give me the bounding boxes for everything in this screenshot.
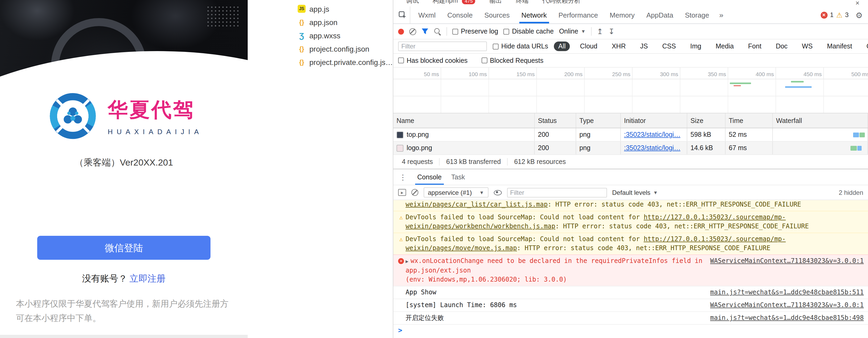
json-file-icon: {} [298, 45, 306, 53]
type-filter-other[interactable]: Other [862, 41, 868, 51]
filter-funnel-icon[interactable] [422, 28, 428, 35]
column-header-initiator[interactable]: Initiator [621, 113, 687, 128]
checkbox-icon[interactable] [398, 57, 404, 63]
has-blocked-cookies-label: Has blocked cookies [407, 57, 467, 64]
type-filter-manifest[interactable]: Manifest [823, 41, 857, 51]
type-filter-img[interactable]: Img [686, 41, 706, 51]
execution-context-dropdown[interactable]: appservice (#1) ▼ [424, 187, 488, 197]
overview-activity-mark [785, 86, 812, 88]
clear-console-icon[interactable] [411, 189, 418, 196]
network-request-row[interactable]: logo.png200png:35023/static/logi…14.6 kB… [393, 142, 868, 155]
type-filter-css[interactable]: CSS [658, 41, 680, 51]
record-icon[interactable] [398, 28, 404, 34]
disable-cache-checkbox[interactable]: Disable cache [503, 28, 554, 35]
warning-triangle-icon[interactable]: ⚠ [836, 11, 842, 18]
type-filter-media[interactable]: Media [711, 41, 738, 51]
register-link[interactable]: 立即注册 [129, 274, 165, 284]
network-overview[interactable]: 50 ms100 ms150 ms200 ms250 ms300 ms350 m… [393, 67, 868, 113]
brand-title: 华夏代驾 [107, 96, 203, 123]
kebab-menu-icon[interactable]: ⋮ [393, 169, 412, 185]
console-text-link[interactable]: http://127.0.0.1:35023/.sourcemap/mp-wei… [406, 214, 786, 230]
devtools-tab-storage[interactable]: Storage [679, 6, 715, 23]
wechat-devtools-window: 华夏代驾 HUAXIADAIJIA （乘客端）Ver20XX.201 微信登陆 … [0, 0, 868, 338]
throttling-dropdown[interactable]: Online ▼ [559, 28, 586, 35]
close-icon[interactable]: × [856, 0, 860, 6]
brand-block: 华夏代驾 HUAXIADAIJIA [0, 88, 248, 144]
initiator-link[interactable]: :35023/static/logi… [624, 131, 681, 138]
checkbox-icon[interactable] [493, 44, 499, 49]
clear-icon[interactable] [409, 28, 416, 35]
console-sidebar-icon[interactable]: ▶ [398, 189, 406, 196]
hide-data-urls-checkbox[interactable]: Hide data URLs [493, 43, 548, 50]
inspect-element-icon[interactable] [396, 6, 410, 23]
type-filter-cloud[interactable]: Cloud [576, 41, 601, 51]
type-filter-xhr[interactable]: XHR [608, 41, 630, 51]
source-location-link[interactable]: main.js?t=wechat&s=1…ddc9e48cbae815b:511 [710, 288, 864, 297]
overview-activity-mark [791, 81, 804, 83]
wechat-login-button[interactable]: 微信登陆 [37, 236, 211, 260]
more-tabs-icon[interactable]: » [715, 6, 728, 23]
file-item[interactable]: {}project.config.json [248, 42, 393, 55]
divider [591, 27, 592, 36]
chevron-down-icon: ▼ [581, 29, 586, 34]
ide-panel-tab[interactable]: 输出 [489, 0, 502, 5]
source-location-link[interactable]: WAServiceMainContext…711843023&v=3.0.0:1 [710, 301, 864, 310]
blocked-requests-checkbox[interactable]: Blocked Requests [481, 57, 544, 64]
error-badge-icon[interactable]: ✕ [820, 11, 827, 18]
source-location-link[interactable]: main.js?t=wechat&s=1…ddc9e48cbae815b:498 [710, 313, 864, 322]
search-icon[interactable] [434, 28, 441, 35]
throttling-value: Online [559, 28, 578, 35]
console-filter-input[interactable] [507, 188, 607, 197]
live-expression-eye-icon[interactable] [494, 190, 501, 195]
initiator-link[interactable]: :35023/static/logi… [624, 144, 681, 152]
console-text-link[interactable]: http://127.0.0.1:35023/.sourcemap/mp-wei… [406, 200, 786, 208]
devtools-tab-memory[interactable]: Memory [604, 6, 641, 23]
ide-panel-tab[interactable]: 调试 [406, 0, 419, 5]
checkbox-icon[interactable] [503, 28, 509, 34]
devtools-tab-performance[interactable]: Performance [553, 6, 604, 23]
source-location-link[interactable]: WAServiceMainContext…711843023&v=3.0.0:1 [710, 257, 864, 265]
console-input[interactable]: > [393, 324, 868, 336]
export-har-icon[interactable]: ↧ [608, 28, 615, 35]
network-request-row[interactable]: top.png200png:35023/static/logi…598 kB52… [393, 128, 868, 142]
column-header-name[interactable]: Name [393, 113, 535, 128]
column-header-waterfall[interactable]: Waterfall [773, 113, 868, 128]
file-item[interactable]: JSapp.js [248, 2, 393, 16]
devtools-tab-sources[interactable]: Sources [478, 6, 515, 23]
column-header-status[interactable]: Status [535, 113, 576, 128]
drawer-tab-console[interactable]: Console [412, 169, 446, 185]
type-filter-ws[interactable]: WS [798, 41, 817, 51]
import-har-icon[interactable]: ↥ [597, 28, 603, 35]
console-text-link[interactable]: http://127.0.0.1:35023/.sourcemap/mp-wei… [406, 235, 786, 252]
type-filter-js[interactable]: JS [636, 41, 652, 51]
request-initiator-cell: :35023/static/logi… [621, 128, 687, 141]
ide-panel-tab[interactable]: 终端 [516, 0, 529, 5]
devtools-tab-appdata[interactable]: AppData [641, 6, 679, 23]
column-header-type[interactable]: Type [576, 113, 621, 128]
request-waterfall [773, 128, 868, 141]
file-item[interactable]: {}app.json [248, 16, 393, 29]
file-item[interactable]: Ʒapp.wxss [248, 29, 393, 42]
gear-icon[interactable]: ⚙ [856, 11, 863, 19]
has-blocked-cookies-checkbox[interactable]: Has blocked cookies [398, 57, 467, 64]
expand-triangle-icon[interactable]: ▶ [406, 259, 408, 264]
network-filter-input[interactable] [398, 41, 487, 51]
drawer-tab-task[interactable]: Task [446, 169, 470, 185]
ide-panel-tab[interactable]: 构建npm [433, 0, 458, 5]
type-filter-all[interactable]: All [554, 41, 570, 51]
devtools-tab-wxml[interactable]: Wxml [412, 6, 441, 23]
devtools-tab-console[interactable]: Console [441, 6, 478, 23]
column-header-time[interactable]: Time [725, 113, 773, 128]
devtools-tab-network[interactable]: Network [516, 6, 553, 23]
ide-panel-tab[interactable]: 代码依赖分析 [542, 0, 581, 5]
table-body: top.png200png:35023/static/logi…598 kB52… [393, 128, 868, 155]
timeline-band[interactable] [393, 79, 868, 113]
column-header-size[interactable]: Size [687, 113, 725, 128]
type-filter-doc[interactable]: Doc [772, 41, 792, 51]
preserve-log-checkbox[interactable]: Preserve log [452, 28, 498, 35]
file-item[interactable]: {}project.private.config.js… [248, 55, 393, 69]
log-levels-dropdown[interactable]: Default levels ▼ [612, 189, 658, 196]
checkbox-icon[interactable] [452, 28, 458, 34]
checkbox-icon[interactable] [481, 57, 487, 63]
type-filter-font[interactable]: Font [744, 41, 766, 51]
